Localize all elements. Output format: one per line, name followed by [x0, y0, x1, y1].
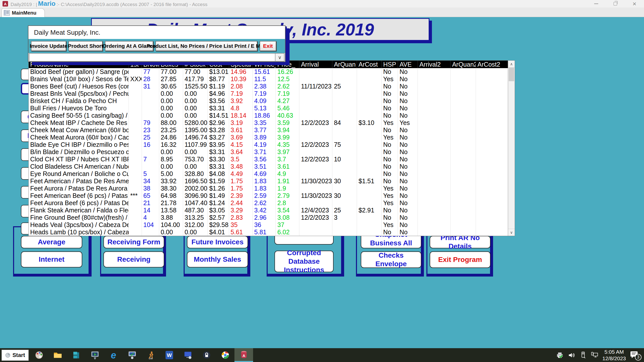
tab-mainmenu[interactable]: MainMenu: [2, 8, 45, 17]
table-row[interactable]: Clod CH XT IBP / Nubes CH XT IBP78.95753…: [29, 156, 508, 163]
column-header-arrival: Arrival: [299, 61, 332, 68]
cell-arquan: [332, 134, 357, 141]
table-row[interactable]: Brains Veal (10# box) / Sesos de TerXXX2…: [29, 75, 508, 83]
cell-arcost2: [476, 68, 508, 75]
product-combo-input[interactable]: [29, 54, 275, 61]
minimize-button[interactable]: [587, 0, 606, 8]
product-combo[interactable]: ∨: [29, 53, 285, 62]
restore-button[interactable]: [606, 0, 625, 8]
scroll-up-button[interactable]: ∧: [508, 61, 515, 68]
cell-arcost2: [476, 134, 508, 141]
cell-special: 1.75: [229, 177, 253, 185]
cell-ave: No: [398, 177, 418, 185]
file-explorer-icon[interactable]: [48, 348, 67, 362]
table-row[interactable]: Brisket CH / Falda o Pecho CH0.000.00$3.…: [29, 97, 508, 105]
clock[interactable]: 5:05 AM 12/8/2023: [602, 349, 626, 362]
cell-arquan2: [451, 148, 476, 156]
print-ar-no-details-button[interactable]: Print AR No Details: [430, 236, 491, 248]
speaker-icon[interactable]: [568, 351, 575, 359]
table-row[interactable]: Eye Round American / Boliche o Cue55.003…: [29, 170, 508, 177]
start-button[interactable]: Start: [2, 350, 29, 361]
column-header-arcost2: ArCost2: [476, 61, 508, 68]
cell-productname: Feet Aurora Beef (6 pcs) / Patas De: [29, 199, 129, 207]
average-button[interactable]: Average: [21, 236, 82, 248]
chrome-icon[interactable]: [216, 348, 234, 362]
combo-dropdown-button[interactable]: ∨: [275, 54, 284, 61]
table-row[interactable]: Feet American / Patas De Res Ameri3433.9…: [29, 177, 508, 185]
dialog-button-invoice-update[interactable]: Invoice Update: [31, 41, 66, 51]
table-row[interactable]: Breast Bnls Veal (5pcs/box) / Pechug0.00…: [29, 90, 508, 97]
cell-price: 2.62: [276, 83, 299, 90]
table-body: Blood Beef (per gallon) / Sangre (po7777…: [29, 68, 508, 236]
cell-1st: [129, 163, 142, 170]
cell-wprice: 1.83: [253, 185, 276, 192]
table-row[interactable]: Casing Beef 50-55 (1 casing/bag) / T0.00…: [29, 112, 508, 119]
cell-arquan: 30: [332, 192, 357, 199]
scroll-down-button[interactable]: ∨: [508, 229, 515, 236]
access-icon[interactable]: A: [234, 348, 253, 362]
paint-icon[interactable]: [30, 348, 48, 362]
cell-productname: Feet Aurora / Patas De Res Aurora: [29, 185, 129, 192]
table-row[interactable]: Feet Aurora Beef (6 pcs) / Patas De2121.…: [29, 199, 508, 207]
corrupted-database-instructions-button[interactable]: Corrupted Database Instructions: [274, 251, 334, 272]
table-row[interactable]: Clod Bladeless CH American / Nube0.000.0…: [29, 163, 508, 170]
scrollbar-thumb[interactable]: [509, 68, 514, 81]
close-button[interactable]: ×: [625, 0, 644, 8]
table-row[interactable]: Cheek Meat Aurora (60# box) / Cach2524.8…: [29, 134, 508, 141]
table-row[interactable]: B/in Blade / Diezmillo o Pescuezo co0.00…: [29, 148, 508, 156]
table-row[interactable]: Feet American Beef (6 pcs) / Patas D***6…: [29, 192, 508, 199]
usb-icon[interactable]: [579, 351, 587, 359]
internet-button[interactable]: Internet: [21, 251, 82, 267]
cell-special: 4.49: [229, 170, 253, 177]
dialog-button-product-short[interactable]: Product Short: [68, 41, 103, 51]
cell-wprice: 7.19: [253, 90, 276, 97]
notification-center-button[interactable]: 3: [630, 350, 640, 360]
cell-hsp: No: [382, 156, 398, 163]
lock-icon[interactable]: [197, 348, 216, 362]
table-row[interactable]: Cheek Meat Cow American (60# box2323.251…: [29, 126, 508, 134]
cell-productname: Blade Eye CH IBP / Diezmillo o Pesc: [29, 141, 129, 148]
table-row[interactable]: Bull Fries / Huevos De Toro0.000.00$3.31…: [29, 105, 508, 112]
receiving-button[interactable]: Receiving: [103, 251, 164, 267]
table-row[interactable]: Blade Eye CH IBP / Diezmillo o Pesc1616.…: [29, 141, 508, 148]
cell-cost: $1.59: [208, 177, 229, 185]
receiving-form-button[interactable]: Receiving Form: [103, 236, 164, 248]
table-row[interactable]: Cheek Meat IBP / Cachete De Res IE7988.0…: [29, 119, 508, 126]
table-row[interactable]: Blood Beef (per gallon) / Sangre (po7777…: [29, 68, 508, 75]
cell-bnow: [142, 229, 159, 236]
cell-price: 40.63: [276, 112, 299, 119]
table-scrollbar[interactable]: ∧ ∨: [508, 61, 515, 236]
table-row[interactable]: Flank Steak American / Falda o Flec1413.…: [29, 207, 508, 214]
table-row[interactable]: Heads Veal (3pcs/box) / Cabeza De104104.…: [29, 221, 508, 229]
remote-desktop-icon[interactable]: [86, 348, 104, 362]
cell-stock: 312.00: [183, 221, 208, 229]
word-icon[interactable]: W: [160, 348, 179, 362]
cell-arrival2: [418, 90, 451, 97]
checks-envelope-button[interactable]: Checks Envelope: [361, 251, 421, 268]
cell-arrival: 12/2/2023: [299, 119, 332, 126]
display-check-icon[interactable]: [123, 348, 141, 362]
cell-arquan: [332, 170, 357, 177]
cell-stock: 753.70: [183, 156, 208, 163]
dialog-button-ordering-at-a-glance[interactable]: Ordering At A Glance: [105, 41, 153, 51]
cell-1st: [129, 105, 142, 112]
dialog-button-product-list-no-prices-price-list-print-e-mail[interactable]: Product List, No Prices / Price List Pri…: [155, 41, 257, 51]
printer-check-icon[interactable]: [556, 351, 564, 359]
internet-explorer-icon[interactable]: e: [104, 348, 123, 362]
exit-program-button[interactable]: Exit Program: [430, 251, 491, 268]
table-row[interactable]: Heads Lamb (10 pcs/box) / Cabeza D0.000.…: [29, 229, 508, 236]
table-row[interactable]: Fine Ground Beef (80#ctw)(fresh) / C43.8…: [29, 214, 508, 221]
table-row[interactable]: Feet Aurora / Patas De Res Aurora3838.30…: [29, 185, 508, 192]
monthly-sales-button[interactable]: Monthly Sales: [187, 251, 248, 267]
computer-icon[interactable]: [179, 348, 197, 362]
table-row[interactable]: Bones Beef (cut) / Huesos Res (corta3130…: [29, 83, 508, 90]
dialog-button-exit[interactable]: Exit: [260, 41, 276, 51]
lite-icon[interactable]: Lite: [141, 348, 160, 362]
cell-hsp: No: [382, 105, 398, 112]
cell-wprice: 1.83: [253, 177, 276, 185]
future-invoices-button[interactable]: Future Invoices: [187, 236, 248, 248]
cell-cost: $3.28: [208, 126, 229, 134]
cell-productname: Feet American Beef (6 pcs) / Patas D: [29, 192, 129, 199]
server-icon[interactable]: [67, 348, 86, 362]
network-icon[interactable]: [591, 351, 598, 359]
